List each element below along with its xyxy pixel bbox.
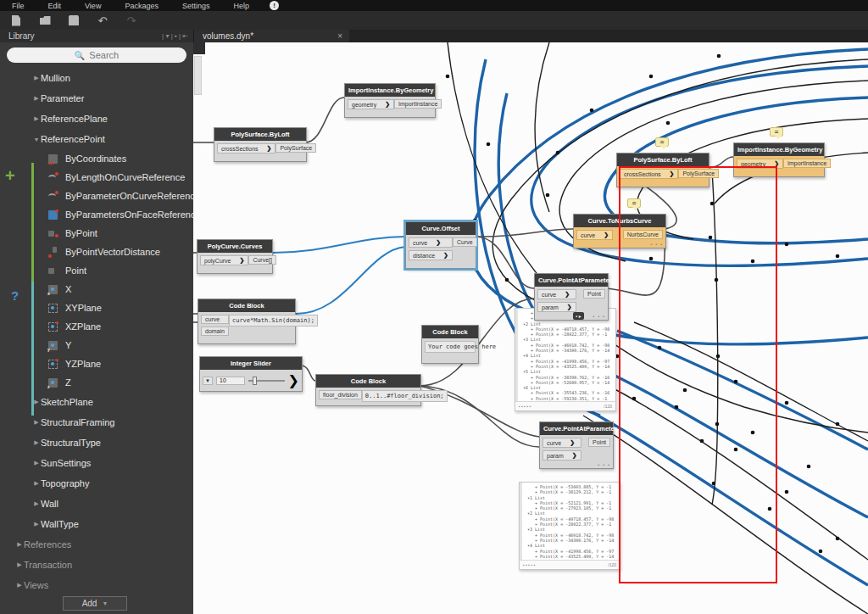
- open-file-button[interactable]: [32, 13, 58, 28]
- add-button[interactable]: Add ▼: [63, 596, 127, 611]
- frozen-state-icon[interactable]: =: [655, 137, 669, 147]
- workspace-canvas[interactable]: ImportInstance.ByGeometry geometry❯ Impo…: [193, 42, 868, 614]
- slider-handle[interactable]: [253, 377, 257, 385]
- menu-edit[interactable]: Edit: [36, 2, 74, 10]
- input-port-curve[interactable]: curve❯: [537, 289, 576, 299]
- redo-button[interactable]: ↷: [119, 13, 144, 28]
- canvas-scroll-strip[interactable]: [194, 56, 202, 95]
- input-port-polycurve[interactable]: polyCurve❯: [200, 255, 248, 265]
- slider-value[interactable]: 10: [216, 377, 245, 385]
- sidebar-item-bycoordinates[interactable]: xyzByCoordinates: [0, 149, 193, 168]
- node-polycurve-curves[interactable]: PolyCurve.Curves polyCurve❯ Curve[]: [197, 239, 273, 274]
- workspace-corner-widget[interactable]: [193, 42, 205, 54]
- node-curve-offset[interactable]: Curve.Offset curve❯ distance❯ Curve: [405, 221, 476, 269]
- menu-help[interactable]: Help: [221, 2, 261, 10]
- chevron-down-icon: ▼: [32, 137, 41, 142]
- menu-packages[interactable]: Packages: [113, 2, 170, 10]
- sidebar-item-parameter[interactable]: ▶Parameter: [0, 88, 193, 109]
- info-icon[interactable]: !: [270, 1, 279, 10]
- undo-button[interactable]: ↶: [90, 13, 115, 28]
- output-port-curve[interactable]: Curve: [453, 237, 477, 247]
- list-row: + Point(X = -35543.236, Y = -16: [523, 390, 614, 395]
- input-port-distance[interactable]: distance❯: [409, 250, 453, 260]
- code-block-text[interactable]: 0..1..#floor_division;: [362, 390, 448, 402]
- input-port-curve[interactable]: curve❯: [409, 237, 453, 248]
- save-button[interactable]: [61, 13, 86, 28]
- sidebar-item-point[interactable]: Point: [0, 261, 193, 280]
- output-port-point[interactable]: Point: [583, 289, 605, 299]
- output-port-value[interactable]: ❯: [288, 372, 299, 388]
- pagination-icons[interactable]: ▪ ▪ ▪ ▪ ▪: [519, 404, 531, 409]
- input-port-geometry[interactable]: geometry❯: [348, 99, 394, 109]
- tab-close-icon[interactable]: ×: [337, 31, 342, 41]
- node-curve-pointatparameter-1[interactable]: Curve.PointAtParameter curve❯ param❯ Poi…: [534, 273, 609, 321]
- node-integer-slider[interactable]: Integer Slider ▼ 10 ❯: [199, 356, 303, 392]
- sidebar-item-xzplane[interactable]: XZPlane: [0, 317, 193, 336]
- sidebar-item-topography[interactable]: ▶Topography: [0, 473, 193, 494]
- preview-bubble-1[interactable]: + Point(X = -52111.99, Y = -1 + Point(X …: [515, 308, 616, 411]
- preview-pin-control[interactable]: ▪ ▸: [573, 312, 584, 320]
- frozen-state-icon[interactable]: =: [770, 127, 783, 137]
- menu-file[interactable]: File: [0, 2, 36, 10]
- node-curve-pointatparameter-2[interactable]: Curve.PointAtParameter curve❯ param❯ Poi…: [539, 421, 614, 469]
- output-port-importinstance[interactable]: ImportInstance: [394, 99, 442, 109]
- sidebar-item-xyplane[interactable]: XYPlane: [0, 299, 193, 317]
- node-code-block-empty[interactable]: Code Block Your code goes here: [421, 325, 479, 364]
- tab-volumes[interactable]: volumes.dyn* ×: [193, 30, 349, 42]
- sidebar-item-z[interactable]: zZ: [0, 373, 193, 392]
- input-port-curve[interactable]: curve❯: [576, 230, 613, 240]
- sidebar-item-bypointvectordistance[interactable]: ByPointVectorDistance: [0, 243, 193, 261]
- sidebar-item-sunsettings[interactable]: ▶SunSettings: [0, 453, 193, 473]
- input-port-param[interactable]: param❯: [542, 450, 581, 460]
- sidebar-item-referenceplane[interactable]: ▶ReferencePlane: [0, 109, 193, 129]
- menu-view[interactable]: View: [73, 2, 113, 10]
- output-port-curve-list[interactable]: Curve[]: [248, 255, 276, 265]
- code-block-text[interactable]: curve*Math.Sin(domain);: [229, 315, 318, 327]
- sidebar-item-walltype[interactable]: ▶WallType: [0, 514, 193, 534]
- sidebar-item-views[interactable]: ▶Views: [0, 575, 193, 595]
- sidebar-item-structuraltype[interactable]: ▶StructuralType: [0, 433, 193, 453]
- preview-bubble-2[interactable]: + Point(X = -53003.885, Y = -1 + Point(X…: [519, 482, 620, 570]
- library-sidebar: 🔍 Search + ? ▶Mullion ▶Parameter ▶Refere…: [0, 42, 193, 614]
- output-port-point[interactable]: Point: [588, 438, 610, 447]
- slider-track[interactable]: [248, 380, 285, 382]
- input-port-curve[interactable]: curve❯: [542, 438, 581, 448]
- input-port-param[interactable]: param❯: [537, 302, 576, 312]
- sidebar-item-structuralframing[interactable]: ▶StructuralFraming: [0, 412, 193, 433]
- sidebar-item-yzplane[interactable]: YZPlane: [0, 354, 193, 373]
- input-port-domain[interactable]: domain: [201, 327, 229, 336]
- input-port-curve[interactable]: curve: [201, 315, 229, 324]
- sidebar-item-wall[interactable]: ▶Wall: [0, 494, 193, 514]
- xyplane-icon: [47, 303, 58, 314]
- search-input[interactable]: 🔍 Search: [7, 47, 186, 63]
- sidebar-item-sketchplane[interactable]: ▶SketchPlane: [0, 392, 193, 412]
- node-importinstance-bygeometry[interactable]: ImportInstance.ByGeometry geometry❯ Impo…: [344, 83, 436, 118]
- sidebar-item-references[interactable]: ▶References: [0, 534, 193, 555]
- sidebar-item-mullion[interactable]: ▶Mullion: [0, 68, 193, 88]
- z-icon: z: [47, 377, 58, 388]
- menu-settings[interactable]: Settings: [170, 2, 222, 10]
- library-filter-icons[interactable]: | ▾ | ▪ | ⇤: [162, 32, 188, 40]
- sidebar-item-transaction[interactable]: ▶Transaction: [0, 555, 193, 575]
- node-polysurface-byloft[interactable]: PolySurface.ByLoft crossSections❯ PolySu…: [214, 127, 307, 162]
- sidebar-item-referencepoint[interactable]: ▼ReferencePoint: [0, 129, 193, 149]
- node-code-block-sin[interactable]: Code Block curve domain curve*Math.Sin(d…: [198, 299, 296, 344]
- code-block-placeholder[interactable]: Your code goes here: [425, 341, 476, 353]
- slider-expand-icon[interactable]: ▼: [203, 377, 213, 385]
- sidebar-item-x[interactable]: xX: [0, 280, 193, 299]
- sidebar-item-byparametersonfacereference[interactable]: ByParametersOnFaceReference: [0, 205, 193, 224]
- sidebar-item-bypoint[interactable]: ByPoint: [0, 224, 193, 243]
- input-port-crosssections[interactable]: crossSections❯: [217, 143, 275, 154]
- input-port-floor-division[interactable]: floor_division: [319, 390, 362, 399]
- chevron-down-icon: ▼: [102, 600, 108, 606]
- output-port-polysurface[interactable]: PolySurface: [275, 143, 316, 153]
- sidebar-item-bylengthoncurvereference[interactable]: ByLengthOnCurveReference: [0, 168, 193, 187]
- node-code-block-range[interactable]: Code Block floor_division 0..1..#floor_d…: [315, 374, 421, 406]
- pagination-icons[interactable]: ▪ ▪ ▪ ▪ ▪: [523, 562, 535, 567]
- output-port-importinstance[interactable]: ImportInstance: [783, 159, 831, 168]
- preview-ellipsis[interactable]: • • •: [593, 314, 605, 319]
- new-file-button[interactable]: [3, 13, 29, 28]
- sidebar-item-y[interactable]: yY: [0, 336, 193, 354]
- sidebar-item-byparameteroncurvereference[interactable]: ByParameterOnCurveReference: [0, 187, 193, 205]
- preview-ellipsis[interactable]: • • •: [598, 462, 610, 467]
